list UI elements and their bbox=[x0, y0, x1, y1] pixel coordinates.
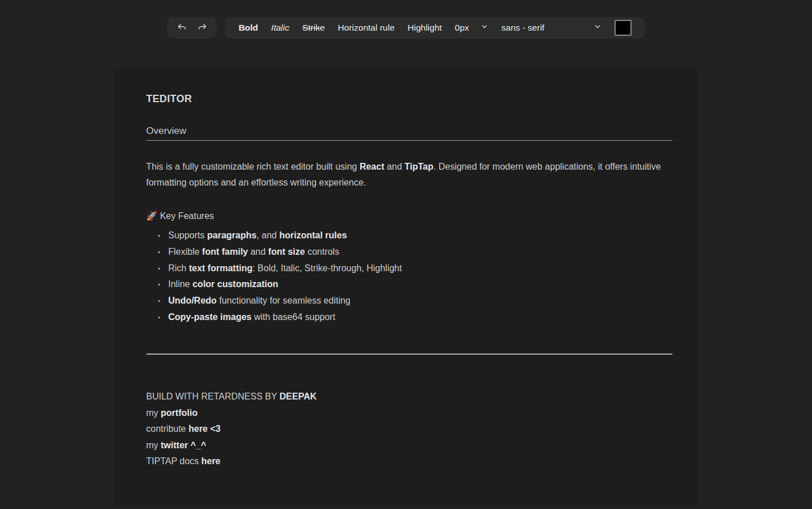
contribute-link[interactable]: here <3 bbox=[188, 424, 220, 434]
footer-line: contribute here <3 bbox=[146, 421, 672, 437]
footer-line: BUILD WITH RETARDNESS BY DEEPAK bbox=[146, 389, 672, 405]
footer-line: my portfolio bbox=[146, 405, 672, 421]
horizontal-rule-button[interactable]: Horizontal rule bbox=[338, 17, 394, 39]
list-item: Supports paragraphs, and horizontal rule… bbox=[146, 228, 672, 244]
overview-heading: Overview bbox=[146, 125, 672, 141]
twitter-link[interactable]: twitter ^_^ bbox=[161, 440, 206, 450]
bold-button[interactable]: Bold bbox=[238, 17, 258, 39]
portfolio-link[interactable]: portfolio bbox=[161, 408, 197, 418]
font-size-select[interactable]: 0px bbox=[455, 23, 489, 33]
undo-button[interactable] bbox=[174, 17, 190, 39]
font-family-select[interactable]: sans - serif bbox=[502, 23, 601, 33]
toolbar: Bold Italic Strike Horizontal rule Highl… bbox=[0, 0, 812, 39]
features-heading: 🚀 Key Features bbox=[146, 208, 672, 224]
list-item: Flexible font family and font size contr… bbox=[146, 244, 672, 260]
tiptap-docs-link[interactable]: here bbox=[201, 456, 221, 466]
color-picker-swatch[interactable] bbox=[615, 20, 632, 36]
intro-paragraph: This is a fully customizable rich text e… bbox=[146, 159, 672, 191]
doc-footer: BUILD WITH RETARDNESS BY DEEPAK my portf… bbox=[146, 389, 672, 469]
font-size-value: 0px bbox=[455, 23, 469, 33]
chevron-down-icon bbox=[594, 23, 601, 33]
highlight-button[interactable]: Highlight bbox=[407, 17, 441, 39]
list-item: Rich text formatting: Bold, Italic, Stri… bbox=[146, 260, 672, 277]
editor-surface[interactable]: TEDITOR Overview This is a fully customi… bbox=[115, 68, 698, 507]
list-item: Copy-paste images with base64 support bbox=[146, 309, 672, 326]
italic-button[interactable]: Italic bbox=[271, 17, 289, 39]
footer-line: TIPTAP docs here bbox=[146, 453, 672, 469]
undo-icon bbox=[176, 23, 187, 33]
strike-button[interactable]: Strike bbox=[302, 17, 325, 39]
list-item: Undo/Redo functionality for seamless edi… bbox=[146, 293, 672, 309]
chevron-down-icon bbox=[481, 23, 489, 33]
doc-title: TEDITOR bbox=[146, 93, 672, 105]
redo-icon bbox=[197, 23, 208, 33]
features-list: Supports paragraphs, and horizontal rule… bbox=[146, 228, 672, 325]
app: { "toolbar": { "bold_label": "Bold", "it… bbox=[0, 0, 812, 509]
horizontal-rule bbox=[146, 354, 672, 355]
format-group: Bold Italic Strike Horizontal rule Highl… bbox=[225, 17, 645, 39]
undo-redo-group bbox=[167, 17, 217, 39]
footer-line: my twitter ^_^ bbox=[146, 438, 672, 453]
redo-button[interactable] bbox=[194, 17, 210, 39]
font-family-value: sans - serif bbox=[502, 23, 545, 33]
list-item: Inline color customization bbox=[146, 276, 672, 293]
